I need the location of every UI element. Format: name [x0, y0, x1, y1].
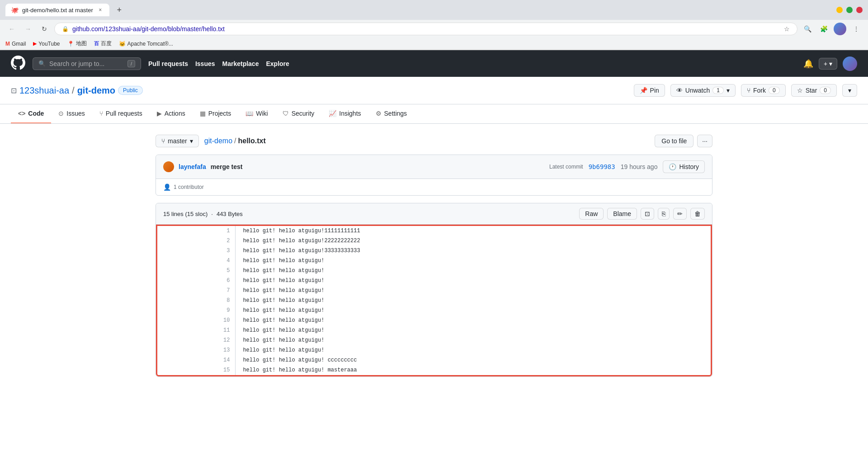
line-number: 2	[157, 236, 236, 246]
nav-security[interactable]: 🛡 Security	[275, 104, 322, 123]
profile-icon[interactable]	[834, 23, 846, 35]
bookmark-star-icon[interactable]: ☆	[784, 25, 790, 33]
star-button[interactable]: ☆ Star 0	[791, 84, 837, 97]
nav-explore[interactable]: Explore	[266, 60, 289, 67]
file-stats: 15 lines (15 sloc) · 443 Bytes	[163, 211, 243, 217]
commit-author-info: laynefafa merge test	[163, 161, 243, 172]
bookmark-tomcat[interactable]: 🐱 Apache Tomcat®...	[119, 41, 173, 47]
pin-button[interactable]: 📌 Pin	[634, 84, 665, 97]
user-avatar[interactable]	[843, 56, 857, 71]
nav-issues[interactable]: Issues	[195, 60, 215, 67]
issues-label: Issues	[66, 110, 85, 117]
window-minimize-button[interactable]	[836, 7, 843, 13]
bookmark-youtube[interactable]: ▶ YouTube	[33, 41, 60, 47]
browser-tab-active[interactable]: 🐙 git-demo/hello.txt at master ×	[5, 4, 109, 16]
line-number: 10	[157, 315, 236, 325]
star-dropdown-button[interactable]: ▾	[842, 84, 857, 97]
reload-button[interactable]: ↻	[38, 23, 51, 35]
bookmark-baidu[interactable]: 百 百度	[94, 40, 112, 47]
repo-breadcrumb: ⊡ 123shuai-aa / git-demo Public	[11, 85, 143, 96]
repo-actions: 📌 Pin 👁 Unwatch 1 ▾ ⑂ Fork 0 ☆ Star 0 ▾	[634, 84, 857, 97]
desktop-view-button[interactable]: ⊡	[641, 208, 654, 220]
create-new-button[interactable]: + ▾	[819, 58, 837, 70]
nav-pull-requests[interactable]: Pull requests	[148, 60, 188, 67]
gmail-favicon: M	[5, 41, 10, 47]
table-row: 13hello git! hello atguigu!	[157, 345, 711, 355]
nav-code[interactable]: <> Code	[11, 104, 51, 123]
fork-icon: ⑂	[747, 87, 750, 94]
line-number: 13	[157, 345, 236, 355]
nav-insights[interactable]: 📈 Insights	[321, 104, 368, 123]
pr-icon: ⑂	[99, 110, 103, 117]
file-path-bar: ⑂ master ▾ git-demo / hello.txt Go to fi…	[156, 135, 712, 147]
notifications-bell[interactable]: 🔔	[803, 59, 813, 69]
address-bar[interactable]: 🔒 github.com/123shuai-aa/git-demo/blob/m…	[54, 23, 797, 35]
table-row: 2hello git! hello atguigu!22222222222	[157, 236, 711, 246]
address-text: github.com/123shuai-aa/git-demo/blob/mas…	[72, 25, 780, 33]
nav-actions[interactable]: ▶ Actions	[150, 104, 193, 123]
file-breadcrumb: git-demo / hello.txt	[204, 137, 266, 145]
blame-button[interactable]: Blame	[607, 208, 637, 220]
unwatch-count: 1	[712, 87, 724, 94]
line-number: 1	[157, 226, 236, 236]
nav-marketplace[interactable]: Marketplace	[222, 60, 259, 67]
file-path-actions: Go to file ···	[655, 135, 712, 147]
copy-button[interactable]: ⎘	[658, 208, 670, 220]
raw-button[interactable]: Raw	[579, 208, 604, 220]
file-more-button[interactable]: ···	[697, 135, 712, 147]
fork-button[interactable]: ⑂ Fork 0	[741, 84, 786, 97]
table-row: 9hello git! hello atguigu!	[157, 305, 711, 315]
github-logo[interactable]	[11, 56, 25, 71]
code-icon: <>	[18, 110, 25, 117]
commit-hash-link[interactable]: 9b69983	[589, 163, 615, 170]
line-count: 15 lines (15 sloc)	[163, 211, 208, 217]
history-button[interactable]: 🕐 History	[663, 160, 705, 173]
unwatch-button[interactable]: 👁 Unwatch 1 ▾	[670, 84, 736, 97]
window-close-button[interactable]	[856, 7, 863, 13]
branch-selector[interactable]: ⑂ master ▾	[156, 135, 199, 147]
new-tab-button[interactable]: +	[113, 4, 126, 16]
star-dropdown-chevron: ▾	[848, 87, 851, 94]
branch-name: master	[168, 137, 187, 145]
edit-button[interactable]: ✏	[673, 208, 687, 220]
nav-pull-requests[interactable]: ⑂ Pull requests	[92, 104, 150, 123]
forward-button[interactable]: →	[22, 23, 34, 35]
back-button[interactable]: ←	[5, 23, 18, 35]
line-number: 6	[157, 276, 236, 286]
browser-controls: ← → ↻ 🔒 github.com/123shuai-aa/git-demo/…	[0, 20, 868, 38]
commit-info-panel: laynefafa merge test Latest commit 9b699…	[156, 155, 712, 196]
settings-icon: ⚙	[376, 110, 382, 117]
search-bar[interactable]: 🔍 Search or jump to... /	[33, 57, 141, 70]
nav-wiki[interactable]: 📖 Wiki	[238, 104, 275, 123]
search-icon: 🔍	[38, 60, 46, 67]
menu-icon[interactable]: ⋮	[850, 23, 863, 35]
line-code: hello git! hello atguigu!	[236, 335, 711, 345]
lock-icon: 🔒	[62, 26, 69, 32]
unwatch-label: Unwatch	[685, 87, 710, 94]
window-maximize-button[interactable]	[846, 7, 853, 13]
bookmark-gmail[interactable]: M Gmail	[5, 41, 26, 47]
repo-name-link[interactable]: git-demo	[77, 85, 115, 96]
line-code: hello git! hello atguigu! masteraaa	[236, 365, 711, 375]
baidu-favicon: 百	[94, 40, 99, 47]
commit-author-name[interactable]: laynefafa	[179, 163, 206, 170]
line-code: hello git! hello atguigu!	[236, 256, 711, 266]
table-row: 3hello git! hello atguigu!33333333333	[157, 246, 711, 256]
tab-close-button[interactable]: ×	[97, 6, 104, 14]
breadcrumb-repo-link[interactable]: git-demo	[204, 137, 232, 145]
go-to-file-button[interactable]: Go to file	[655, 135, 693, 147]
nav-projects[interactable]: ▦ Projects	[193, 104, 239, 123]
extensions-icon[interactable]: 🧩	[817, 23, 830, 35]
tomcat-label: Apache Tomcat®...	[127, 41, 173, 47]
line-number: 8	[157, 296, 236, 305]
tomcat-favicon: 🐱	[119, 41, 126, 47]
nav-settings[interactable]: ⚙ Settings	[368, 104, 415, 123]
bookmark-maps[interactable]: 📍 地图	[67, 40, 87, 47]
search-icon[interactable]: 🔍	[801, 23, 814, 35]
nav-issues[interactable]: ⊙ Issues	[51, 104, 92, 123]
line-number: 14	[157, 355, 236, 365]
repo-owner-link[interactable]: 123shuai-aa	[19, 85, 69, 96]
history-icon: 🕐	[669, 163, 676, 170]
maps-favicon: 📍	[67, 41, 74, 47]
delete-button[interactable]: 🗑	[690, 208, 705, 220]
